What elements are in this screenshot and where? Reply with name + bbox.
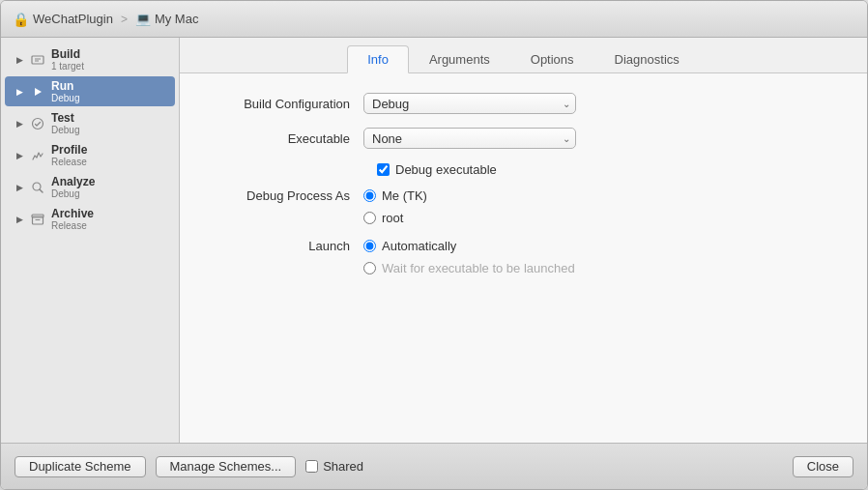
tab-arguments[interactable]: Arguments: [409, 45, 510, 73]
me-radio[interactable]: [363, 189, 376, 202]
sidebar-item-build[interactable]: ▶ Build 1 target: [5, 44, 175, 74]
debug-process-radio-group: Me (TK) root: [363, 188, 427, 225]
footer: Duplicate Scheme Manage Schemes... Share…: [1, 443, 867, 489]
shared-checkbox-group: Shared: [305, 459, 363, 474]
executable-control: None ⌄: [363, 128, 634, 149]
run-text: Run Debug: [51, 79, 79, 103]
root-radio-row: root: [363, 211, 427, 225]
root-label[interactable]: root: [382, 211, 403, 225]
executable-select[interactable]: None: [363, 128, 576, 149]
arrow-icon-archive: ▶: [13, 213, 26, 226]
titlebar: 🔒 WeChatPlugin > 💻 My Mac: [1, 1, 867, 38]
build-text: Build 1 target: [51, 47, 84, 72]
form-area: Build Configuration Debug Release ⌄ Ex: [180, 73, 867, 443]
arrow-icon-test: ▶: [13, 117, 26, 130]
close-button[interactable]: Close: [793, 456, 854, 477]
build-config-select-wrapper: Debug Release ⌄: [363, 93, 576, 114]
me-label[interactable]: Me (TK): [382, 188, 427, 203]
build-config-select[interactable]: Debug Release: [363, 93, 576, 114]
build-config-control: Debug Release ⌄: [363, 93, 634, 114]
build-config-row: Build Configuration Debug Release ⌄: [209, 93, 838, 114]
arrow-icon: ▶: [13, 53, 26, 67]
profile-text: Profile Release: [51, 143, 87, 167]
analyze-sub: Debug: [51, 188, 95, 199]
debug-executable-label[interactable]: Debug executable: [395, 162, 497, 177]
mac-label: My Mac: [155, 12, 199, 26]
sidebar: ▶ Build 1 target ▶: [1, 38, 180, 443]
right-panel: Info Arguments Options Diagnostics Build…: [180, 38, 867, 443]
main-window: 🔒 WeChatPlugin > 💻 My Mac ▶: [0, 0, 868, 490]
svg-point-3: [33, 118, 43, 129]
plugin-label: WeChatPlugin: [33, 12, 113, 26]
duplicate-scheme-button[interactable]: Duplicate Scheme: [14, 456, 146, 477]
tab-bar: Info Arguments Options Diagnostics: [180, 38, 867, 73]
test-sub: Debug: [51, 125, 79, 135]
me-radio-row: Me (TK): [363, 188, 427, 203]
breadcrumb-mac: 💻 My Mac: [135, 12, 199, 26]
sidebar-item-analyze[interactable]: ▶ Analyze Debug: [5, 172, 175, 202]
svg-line-5: [40, 189, 43, 192]
test-icon: [30, 116, 45, 131]
wait-radio[interactable]: [363, 262, 376, 274]
archive-text: Archive Release: [51, 207, 94, 231]
wait-label[interactable]: Wait for executable to be launched: [382, 261, 575, 275]
debug-process-label: Debug Process As: [209, 188, 363, 203]
analyze-name: Analyze: [51, 175, 95, 188]
profile-sub: Release: [51, 157, 87, 167]
debug-executable-row: Debug executable: [377, 162, 838, 177]
sidebar-item-profile[interactable]: ▶ Profile Release: [5, 140, 175, 170]
tab-info[interactable]: Info: [347, 45, 409, 73]
main-content: ▶ Build 1 target ▶: [1, 38, 867, 443]
automatically-radio-row: Automatically: [363, 239, 575, 253]
run-icon: [30, 84, 45, 100]
analyze-icon: [30, 180, 45, 195]
archive-icon: [30, 212, 45, 227]
root-radio[interactable]: [363, 212, 376, 224]
sidebar-item-run[interactable]: ▶ Run Debug: [5, 76, 175, 106]
svg-rect-0: [32, 56, 43, 64]
tab-diagnostics[interactable]: Diagnostics: [594, 45, 700, 73]
launch-row: Launch Automatically Wait for executable…: [209, 239, 838, 275]
automatically-radio[interactable]: [363, 240, 376, 252]
shared-label[interactable]: Shared: [323, 459, 363, 474]
build-name: Build: [51, 47, 84, 61]
arrow-icon-profile: ▶: [13, 149, 26, 162]
profile-icon: [30, 148, 45, 163]
run-name: Run: [51, 79, 79, 93]
executable-row: Executable None ⌄: [209, 128, 838, 149]
shared-checkbox[interactable]: [305, 460, 318, 473]
arrow-icon-analyze: ▶: [13, 181, 26, 194]
executable-select-wrapper: None ⌄: [363, 128, 576, 149]
sidebar-item-archive[interactable]: ▶ Archive Release: [5, 204, 175, 234]
build-config-label: Build Configuration: [209, 97, 363, 111]
build-icon: [30, 52, 45, 68]
launch-radio-group: Automatically Wait for executable to be …: [363, 239, 575, 275]
test-text: Test Debug: [51, 111, 79, 135]
archive-sub: Release: [51, 220, 94, 231]
manage-schemes-button[interactable]: Manage Schemes...: [156, 456, 297, 477]
executable-label: Executable: [209, 131, 363, 146]
sidebar-item-test[interactable]: ▶ Test Debug: [5, 108, 175, 138]
test-name: Test: [51, 111, 79, 125]
breadcrumb-plugin: 🔒 WeChatPlugin: [13, 12, 113, 27]
wait-radio-row: Wait for executable to be launched: [363, 261, 575, 275]
automatically-label[interactable]: Automatically: [382, 239, 456, 253]
analyze-text: Analyze Debug: [51, 175, 95, 199]
arrow-icon-run: ▶: [13, 85, 26, 99]
profile-name: Profile: [51, 143, 87, 157]
tab-options[interactable]: Options: [510, 45, 594, 73]
run-sub: Debug: [51, 93, 79, 103]
archive-name: Archive: [51, 207, 94, 220]
debug-process-row: Debug Process As Me (TK) root: [209, 188, 838, 225]
breadcrumb-separator: >: [121, 13, 128, 26]
launch-label: Launch: [209, 239, 363, 253]
debug-executable-checkbox[interactable]: [377, 163, 390, 176]
build-sub: 1 target: [51, 61, 84, 72]
